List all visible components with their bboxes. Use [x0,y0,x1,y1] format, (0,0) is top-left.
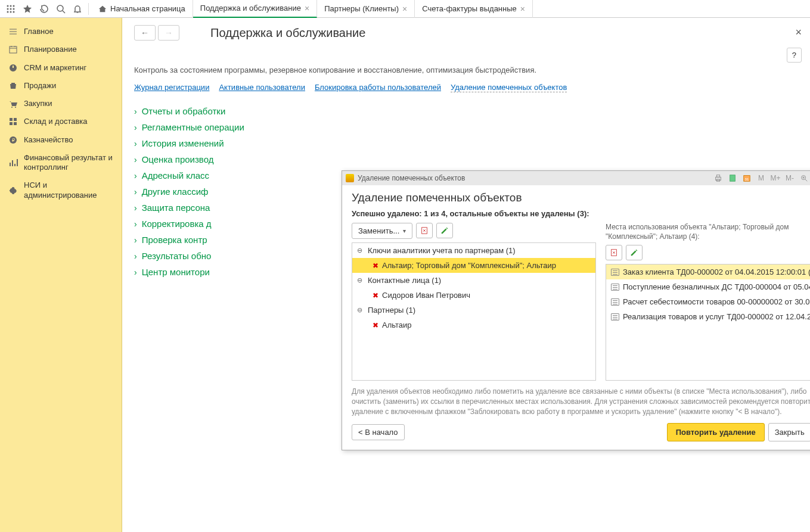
tab-label: Счета-фактуры выданные [422,4,517,13]
tab-close-icon[interactable]: × [520,4,525,14]
back-to-start-button[interactable]: < В начало [352,424,405,440]
top-toolbar: Начальная страница Поддержка и обслужива… [0,0,810,18]
calendar-icon[interactable]: 31 [741,173,752,183]
help-button[interactable]: ? [787,48,802,63]
link-block-users[interactable]: Блокировка работы пользователей [315,83,441,92]
tab-invoices[interactable]: Счета-фактуры выданные × [415,0,533,18]
modal-titlebar-text: Удаление помеченных объектов [358,174,465,182]
edit-item-button[interactable] [436,223,453,238]
sidebar-item-financial[interactable]: Финансовый результат и контроллинг [0,149,122,177]
delete-item-button[interactable] [416,223,433,238]
sidebar-item-label: НСИ и администрирование [24,181,113,200]
nav-back-button[interactable]: ← [134,25,156,41]
svg-point-8 [13,11,15,13]
svg-point-5 [13,8,15,10]
tree-group[interactable]: ⊖Партнеры (1) [352,303,595,318]
bell-icon[interactable] [69,1,86,17]
repeat-delete-button[interactable]: Повторить удаление [667,423,765,441]
sidebar-item-purchases[interactable]: Закупки [0,95,122,113]
memory-mminus-icon[interactable]: M- [784,173,795,183]
section-item[interactable]: ›История изменений [134,135,798,151]
svg-point-11 [11,107,13,108]
sidebar-item-planning[interactable]: Планирование [0,41,122,58]
usage-delete-button[interactable] [606,245,622,260]
svg-rect-13 [10,118,13,121]
sidebar-item-label: Закупки [24,99,52,108]
tab-home[interactable]: Начальная страница [91,0,193,18]
tab-label: Поддержка и обслуживание [200,4,301,13]
sidebar-item-nsi[interactable]: НСИ и администрирование [0,176,122,204]
tab-partners[interactable]: Партнеры (Клиенты) × [317,0,415,18]
tab-close-icon[interactable]: × [402,4,407,14]
svg-point-12 [15,107,16,108]
tree-group[interactable]: ⊖Контактные лица (1) [352,273,595,288]
sidebar-item-label: Продажи [24,81,56,91]
sidebar-item-main[interactable]: Главное [0,23,122,41]
sidebar-item-treasury[interactable]: ₽Казначейство [0,131,122,149]
tab-home-label: Начальная страница [110,4,185,13]
print-icon[interactable] [713,173,724,183]
usage-list[interactable]: Заказ клиента ТД00-000002 от 04.04.2015 … [606,264,810,381]
delete-marked-modal: Удаление помеченных объектов 31 M M+ M- … [342,170,810,450]
section-item[interactable]: ›Отчеты и обработки [134,103,798,119]
search-icon[interactable] [52,1,69,17]
document-icon [611,298,619,306]
document-icon [611,269,619,276]
app-icon [346,174,354,182]
usage-edit-button[interactable] [626,245,643,260]
sidebar-item-label: Склад и доставка [24,117,88,126]
usage-row[interactable]: Расчет себестоимости товаров 00-00000002… [606,294,810,309]
section-item[interactable]: ›Регламентные операции [134,119,798,135]
svg-point-7 [10,11,12,13]
objects-tree[interactable]: ⊖Ключи аналитики учета по партнерам (1) … [352,242,596,381]
sidebar-item-crm[interactable]: CRM и маркетинг [0,59,122,77]
svg-point-1 [10,5,12,7]
sidebar: Главное Планирование CRM и маркетинг Про… [0,18,122,532]
sidebar-item-label: Казначейство [24,135,73,145]
svg-point-0 [7,5,9,7]
modal-heading: Удаление помеченных объектов [352,191,810,204]
svg-point-3 [7,8,9,10]
usage-row[interactable]: Реализация товаров и услуг ТД00-000002 о… [606,309,810,324]
tree-leaf[interactable]: ✖Сидоров Иван Петрович [352,288,595,303]
zoom-icon[interactable] [799,173,809,183]
link-active-users[interactable]: Активные пользователи [219,83,305,92]
svg-point-9 [57,5,63,11]
usage-row[interactable]: Заказ клиента ТД00-000002 от 04.04.2015 … [606,265,810,279]
svg-point-2 [13,5,15,7]
tree-leaf[interactable]: ✖Альтаир [352,318,595,332]
history-icon[interactable] [36,1,52,17]
modal-titlebar[interactable]: Удаление помеченных объектов 31 M M+ M- … [342,171,810,185]
tab-close-icon[interactable]: × [305,4,309,13]
svg-point-6 [7,11,9,13]
apps-icon[interactable] [2,1,19,17]
memory-mplus-icon[interactable]: M+ [770,173,781,183]
usage-row[interactable]: Поступление безналичных ДС ТД00-000004 о… [606,279,810,294]
sidebar-item-label: CRM и маркетинг [24,63,86,73]
tree-leaf[interactable]: ✖Альтаир; Торговый дом "Комплексный"; Ал… [352,258,595,273]
home-icon [98,5,107,13]
document-icon [611,313,619,321]
page-description: Контроль за состоянием программы, резерв… [122,66,810,74]
calc-icon[interactable] [727,173,738,183]
svg-rect-10 [10,46,17,53]
close-page-icon[interactable]: × [795,26,802,39]
document-icon [611,284,619,291]
section-item[interactable]: ›Оценка производ [134,151,798,167]
sidebar-item-sales[interactable]: Продажи [0,77,122,95]
star-icon[interactable] [19,1,36,17]
nav-forward-button[interactable]: → [158,25,179,41]
svg-rect-16 [14,122,17,125]
tab-support[interactable]: Поддержка и обслуживание × [193,0,317,18]
tree-group[interactable]: ⊖Ключи аналитики учета по партнерам (1) [352,243,595,258]
replace-button[interactable]: Заменить...▾ [352,223,412,239]
sidebar-item-warehouse[interactable]: Склад и доставка [0,113,122,130]
memory-m-icon[interactable]: M [756,173,766,183]
close-modal-button[interactable]: Закрыть [768,423,810,441]
link-delete-marked[interactable]: Удаление помеченных объектов [451,83,567,92]
link-registration-log[interactable]: Журнал регистрации [134,83,209,92]
sidebar-item-label: Главное [24,27,54,36]
svg-rect-22 [730,175,735,182]
sidebar-item-label: Финансовый результат и контроллинг [24,153,113,173]
svg-text:31: 31 [745,177,749,181]
